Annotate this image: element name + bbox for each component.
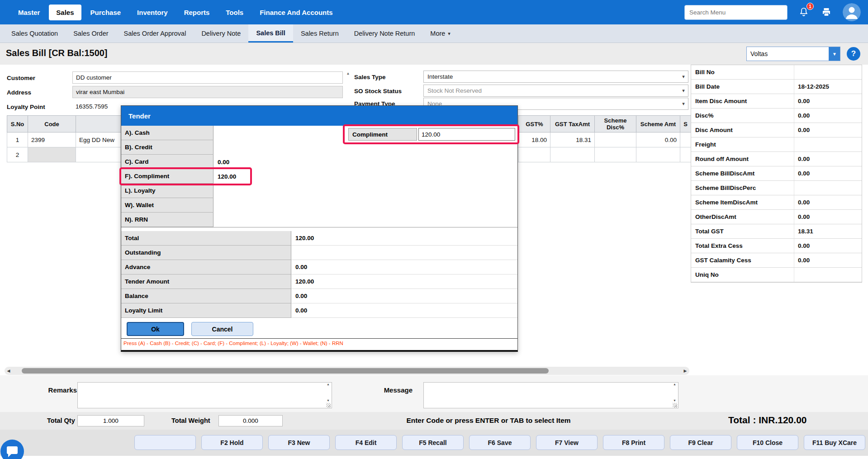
resize-handle[interactable] <box>326 403 331 407</box>
fkey-f4-edit[interactable]: F4 Edit <box>335 435 397 450</box>
sales-type-select[interactable]: Interstate ▾ <box>423 71 688 83</box>
tender-payment-value[interactable]: 120.00 <box>213 169 236 184</box>
tab-more[interactable]: More▾ <box>422 24 458 43</box>
message-textarea[interactable] <box>423 382 678 408</box>
chat-widget-button[interactable] <box>0 440 24 459</box>
summary-value[interactable]: 0.00 <box>794 123 862 137</box>
resize-handle[interactable] <box>673 403 677 407</box>
item-entry-hint: Enter Code or press ENTER or TAB to sele… <box>317 416 660 425</box>
tab-sales-bill[interactable]: Sales Bill <box>248 24 293 43</box>
tender-payment-value[interactable]: 0.00 <box>213 155 229 169</box>
scroll-up-icon[interactable]: ▲ <box>671 383 678 386</box>
scroll-up-icon[interactable]: ▲ <box>325 383 332 386</box>
cancel-button[interactable]: Cancel <box>191 322 253 336</box>
tab-delivery-note-return[interactable]: Delivery Note Return <box>346 24 423 43</box>
tender-payment-label: L). Loyalty <box>121 184 213 198</box>
summary-value[interactable] <box>794 65 862 79</box>
scrollbar-track[interactable] <box>13 368 681 374</box>
summary-value[interactable]: 0.00 <box>794 152 862 166</box>
fkey-f6-save[interactable]: F6 Save <box>469 435 531 450</box>
tender-payment-value[interactable] <box>213 184 218 198</box>
summary-value[interactable]: 0.00 <box>794 166 862 180</box>
fkey-f3-new[interactable]: F3 New <box>268 435 330 450</box>
fkey-f2-hold[interactable]: F2 Hold <box>201 435 263 450</box>
nav-item-sales[interactable]: Sales <box>49 5 81 20</box>
summary-value[interactable]: 0.00 <box>794 94 862 108</box>
help-button[interactable]: ? <box>847 47 860 61</box>
scroll-right-icon[interactable]: ▶ <box>681 369 689 373</box>
cell-gst-pct[interactable] <box>519 147 550 162</box>
user-avatar[interactable] <box>843 3 861 21</box>
summary-value[interactable]: 0.00 <box>794 239 862 253</box>
ok-button[interactable]: Ok <box>127 322 184 336</box>
tender-summary-label: Balance <box>121 289 291 303</box>
cell-scheme-disc[interactable] <box>595 147 636 162</box>
tender-payment-value[interactable] <box>213 140 218 155</box>
summary-row: Disc Amount0.00 <box>691 123 862 137</box>
scrollbar-thumb[interactable] <box>22 368 549 374</box>
horizontal-scrollbar[interactable]: ◀ ▶ <box>5 367 689 375</box>
remarks-textarea[interactable] <box>77 382 332 408</box>
fkey-f5-recall[interactable]: F5 Recall <box>402 435 464 450</box>
summary-value[interactable] <box>794 137 862 151</box>
summary-value[interactable]: 0.00 <box>794 109 862 123</box>
company-select[interactable]: Voltas ▼ <box>746 47 840 61</box>
summary-value[interactable] <box>794 268 862 282</box>
nav-item-finance-and-accounts[interactable]: Finance And Accounts <box>252 5 340 20</box>
sales-bill-screen: Master Sales Purchase Inventory Reports … <box>0 0 868 459</box>
tender-payment-value[interactable] <box>213 126 218 140</box>
fkey-f10-close[interactable]: F10 Close <box>737 435 798 450</box>
address-input[interactable] <box>72 86 343 98</box>
scroll-left-icon[interactable]: ◀ <box>5 369 13 373</box>
cell-scheme-disc[interactable] <box>595 132 636 147</box>
cell-gst-pct[interactable]: 18.00 <box>519 132 550 147</box>
cell-gst-taxamt[interactable] <box>550 147 595 162</box>
tab-sales-return[interactable]: Sales Return <box>293 24 346 43</box>
summary-value[interactable]: 18-12-2025 <box>794 80 862 94</box>
chevron-down-icon[interactable]: ▼ <box>829 47 840 61</box>
cell-scheme-amt[interactable]: 0.00 <box>636 132 680 147</box>
tender-dialog-title[interactable]: Tender <box>121 106 517 126</box>
nav-item-reports[interactable]: Reports <box>177 5 217 20</box>
cell-code[interactable] <box>28 147 76 162</box>
summary-value[interactable]: 18.31 <box>794 224 862 238</box>
summary-label: Total Extra Cess <box>691 239 794 253</box>
scroll-up-icon[interactable]: ▲ <box>346 71 350 76</box>
search-input[interactable] <box>684 5 787 20</box>
print-icon[interactable] <box>820 6 833 19</box>
tender-payment-value[interactable] <box>213 213 218 227</box>
nav-item-purchase[interactable]: Purchase <box>83 5 128 20</box>
nav-item-inventory[interactable]: Inventory <box>130 5 175 20</box>
cell-gst-taxamt[interactable]: 18.31 <box>550 132 595 147</box>
fkey-f11-buy-xcare[interactable]: F11 Buy XCare <box>804 435 865 450</box>
cell-code[interactable]: 2399 <box>28 132 76 147</box>
summary-value[interactable]: 0.00 <box>794 210 862 224</box>
tab-sales-quotation[interactable]: Sales Quotation <box>4 24 66 43</box>
col-header-gst-taxamt: GST TaxAmt <box>550 116 595 132</box>
top-navbar: Master Sales Purchase Inventory Reports … <box>0 0 868 24</box>
fkey-f7-view[interactable]: F7 View <box>536 435 598 450</box>
compliment-amount-input[interactable] <box>418 128 515 141</box>
cell-sno[interactable]: 1 <box>7 132 28 147</box>
nav-item-master[interactable]: Master <box>11 5 47 20</box>
summary-value[interactable] <box>794 181 862 195</box>
fkey-f9-clear[interactable]: F9 Clear <box>670 435 731 450</box>
total-weight-value[interactable] <box>218 415 283 426</box>
customer-input[interactable] <box>72 71 343 84</box>
so-stock-status-select[interactable]: Stock Not Reserved ▾ <box>423 85 688 97</box>
summary-value[interactable]: 0.00 <box>794 253 862 267</box>
fkey-blank[interactable] <box>134 435 196 450</box>
tab-delivery-note[interactable]: Delivery Note <box>194 24 248 43</box>
tender-payment-value[interactable] <box>213 198 218 213</box>
scroll-down-icon[interactable]: ▼ <box>325 399 332 402</box>
nav-item-tools[interactable]: Tools <box>218 5 251 20</box>
notification-bell-icon[interactable]: 1 <box>797 6 810 19</box>
total-qty-value[interactable] <box>77 415 144 426</box>
cell-scheme-amt[interactable] <box>636 147 680 162</box>
summary-value[interactable]: 0.00 <box>794 195 862 209</box>
tab-sales-order-approval[interactable]: Sales Order Approval <box>116 24 194 43</box>
cell-sno[interactable]: 2 <box>7 147 28 162</box>
scroll-down-icon[interactable]: ▼ <box>671 399 678 402</box>
tab-sales-order[interactable]: Sales Order <box>66 24 116 43</box>
fkey-f8-print[interactable]: F8 Print <box>603 435 664 450</box>
